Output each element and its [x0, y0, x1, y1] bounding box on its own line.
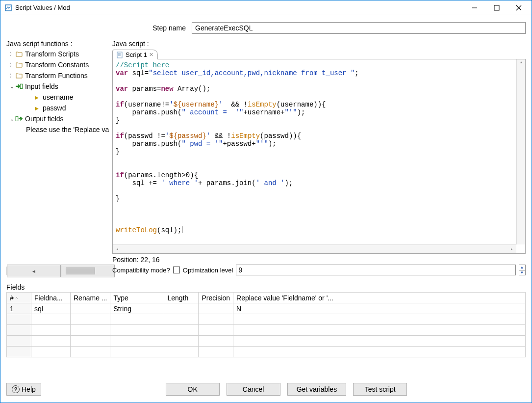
- folder-icon: [15, 72, 23, 80]
- folder-icon: [15, 50, 23, 58]
- input-fields-icon: [15, 82, 23, 90]
- svg-rect-6: [16, 116, 18, 121]
- app-icon: [4, 4, 12, 12]
- help-button[interactable]: ? Help: [6, 383, 41, 396]
- collapse-icon[interactable]: ⌄: [8, 116, 15, 122]
- table-row[interactable]: [7, 336, 526, 347]
- folder-icon: [15, 61, 23, 69]
- compat-label: Compatibility mode?: [112, 267, 170, 274]
- tree-item-label: passwd: [43, 104, 66, 112]
- fields-table[interactable]: #^Fieldna...Rename ...TypeLengthPrecisio…: [6, 292, 526, 357]
- functions-label: Java script functions :: [6, 40, 109, 48]
- expand-icon[interactable]: 〉: [8, 61, 15, 69]
- table-row[interactable]: [7, 314, 526, 325]
- step-name-row: Step name: [6, 22, 526, 34]
- expand-icon[interactable]: 〉: [8, 72, 15, 80]
- script-icon: [117, 52, 124, 58]
- column-header[interactable]: #^: [7, 293, 31, 303]
- tree-item[interactable]: 〉Transform Functions: [6, 70, 109, 81]
- tree-item[interactable]: ⌄Input fields: [6, 81, 109, 92]
- column-header[interactable]: Fieldna...: [31, 293, 71, 303]
- tree-item-label: Input fields: [25, 82, 58, 90]
- script-tabbar: Script 1 ✕: [112, 49, 526, 59]
- tree-item[interactable]: ▶username: [6, 92, 109, 103]
- tree-item[interactable]: 〉Transform Scripts: [6, 49, 109, 59]
- tree-item[interactable]: 〉Transform Constants: [6, 59, 109, 70]
- get-variables-button[interactable]: Get variables: [287, 383, 346, 396]
- svg-rect-5: [20, 84, 23, 88]
- step-name-input[interactable]: [192, 22, 526, 34]
- step-name-label: Step name: [6, 24, 188, 32]
- collapse-icon[interactable]: ⌄: [8, 83, 15, 90]
- opt-level-spinner[interactable]: ▲▼: [519, 265, 526, 275]
- titlebar: Script Values / Mod: [0, 0, 532, 15]
- tree-item-label: Transform Functions: [25, 72, 88, 80]
- field-icon: ▶: [33, 93, 41, 101]
- tree-item-label: Please use the 'Replace value' field: [26, 126, 109, 134]
- script-tab-label: Script 1: [126, 51, 147, 58]
- test-script-button[interactable]: Test script: [353, 383, 407, 396]
- fields-label: Fields: [6, 283, 526, 291]
- help-icon: ?: [12, 385, 20, 393]
- script-label: Java script :: [112, 40, 526, 48]
- tree-item[interactable]: Please use the 'Replace value' field: [6, 124, 109, 135]
- tree-item-label: username: [43, 93, 73, 101]
- tab-close-icon[interactable]: ✕: [149, 52, 153, 58]
- script-tab-1[interactable]: Script 1 ✕: [112, 50, 158, 59]
- compat-checkbox[interactable]: [173, 267, 180, 273]
- table-row[interactable]: [7, 325, 526, 336]
- opt-level-label: Optimization level: [183, 267, 233, 274]
- tree-item[interactable]: ▶passwd: [6, 103, 109, 113]
- code-v-scrollbar[interactable]: ▴: [516, 59, 525, 244]
- table-row[interactable]: [7, 347, 526, 357]
- field-icon: ▶: [33, 104, 41, 112]
- minimize-button[interactable]: [463, 1, 485, 15]
- svg-rect-7: [117, 52, 122, 58]
- cancel-button[interactable]: Cancel: [227, 383, 280, 396]
- table-row[interactable]: 1sqlStringN: [7, 303, 526, 314]
- maximize-button[interactable]: [485, 1, 507, 15]
- tree-h-scrollbar[interactable]: ◄ ►: [6, 267, 109, 275]
- column-header[interactable]: Precision: [199, 293, 233, 303]
- code-editor[interactable]: //Script here var sql="select user_id,ac…: [112, 59, 526, 254]
- output-fields-icon: [15, 115, 23, 123]
- tree-item-label: Transform Constants: [25, 61, 89, 69]
- functions-tree[interactable]: 〉Transform Scripts〉Transform Constants〉T…: [6, 49, 109, 267]
- tree-item-label: Output fields: [25, 115, 64, 123]
- close-button[interactable]: [507, 1, 530, 15]
- tree-item-label: Transform Scripts: [25, 50, 79, 58]
- column-header[interactable]: Replace value 'Fieldname' or '...: [233, 293, 526, 303]
- window-title: Script Values / Mod: [15, 4, 463, 11]
- svg-rect-2: [494, 5, 499, 10]
- expand-icon[interactable]: 〉: [8, 51, 15, 58]
- cursor-position: Position: 22, 16: [112, 256, 526, 264]
- column-header[interactable]: Rename ...: [71, 293, 110, 303]
- ok-button[interactable]: OK: [166, 383, 220, 396]
- code-h-scrollbar[interactable]: ◂▸: [113, 244, 516, 253]
- column-header[interactable]: Length: [164, 293, 199, 303]
- opt-level-input[interactable]: [236, 265, 516, 275]
- tree-item[interactable]: ⌄Output fields: [6, 113, 109, 124]
- column-header[interactable]: Type: [110, 293, 164, 303]
